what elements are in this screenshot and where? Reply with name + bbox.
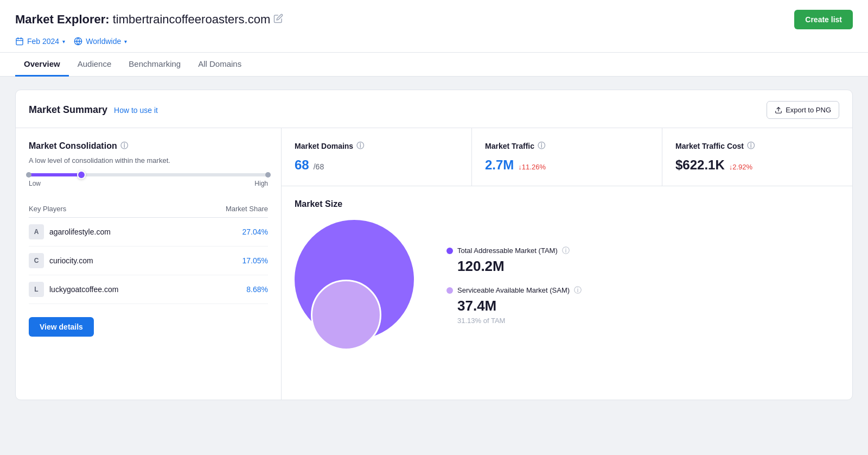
tam-dot	[446, 248, 453, 254]
avatar: A	[29, 224, 44, 239]
header-top-row: Market Explorer: timbertraincoffeeroaste…	[15, 10, 853, 29]
market-traffic-cost-stat: Market Traffic Cost ⓘ $622.1K ↓2.92%	[662, 128, 852, 186]
slider-track	[29, 173, 268, 176]
consolidation-title: Market Consolidation ⓘ	[29, 141, 268, 151]
table-row: A agarolifestyle.com 27.04%	[29, 218, 268, 247]
globe-icon	[74, 37, 82, 46]
consolidation-slider	[29, 173, 268, 176]
market-domains-stat: Market Domains ⓘ 68 /68	[282, 128, 472, 186]
market-domains-sub: /68	[314, 162, 324, 171]
player-share: 17.05%	[242, 256, 268, 265]
sam-label: Serviceable Available Market (SAM)	[457, 286, 570, 294]
card-header-left: Market Summary How to use it	[29, 104, 158, 116]
upload-icon	[775, 106, 782, 114]
player-left: L luckygoatcoffee.com	[29, 282, 118, 297]
right-panel: Market Domains ⓘ 68 /68 Market Traffic ⓘ	[282, 128, 852, 400]
card-body: Market Consolidation ⓘ A low level of co…	[16, 128, 852, 400]
create-list-button[interactable]: Create list	[794, 10, 853, 29]
slider-high-label: High	[254, 180, 268, 187]
market-traffic-value: 2.7M	[485, 157, 514, 173]
player-share: 8.68%	[246, 285, 268, 294]
table-row: C curiocity.com 17.05%	[29, 247, 268, 275]
key-players-header: Key Players Market Share	[29, 200, 268, 218]
avatar: C	[29, 253, 44, 268]
slider-fill	[29, 173, 81, 176]
sam-sub: 31.13% of TAM	[457, 317, 582, 325]
sam-legend-item: Serviceable Available Market (SAM) ⓘ 37.…	[446, 286, 582, 325]
page-header: Market Explorer: timbertraincoffeeroaste…	[0, 0, 868, 77]
main-nav: Overview Audience Benchmarking All Domai…	[0, 52, 868, 76]
edit-icon[interactable]	[273, 14, 283, 26]
slider-left-dot	[26, 172, 31, 178]
consolidation-info-icon[interactable]: ⓘ	[120, 141, 128, 151]
sam-value: 37.4M	[457, 298, 582, 314]
stats-row: Market Domains ⓘ 68 /68 Market Traffic ⓘ	[282, 128, 852, 186]
region-chevron-icon: ▾	[124, 39, 127, 45]
page-title: Market Explorer: timbertraincoffeeroaste…	[15, 12, 283, 27]
view-details-button[interactable]: View details	[29, 317, 94, 337]
tam-value: 120.2M	[457, 258, 582, 275]
market-traffic-cost-value: $622.1K	[675, 157, 725, 173]
calendar-icon	[15, 37, 24, 46]
market-domains-value-row: 68 /68	[295, 157, 458, 173]
market-domains-value: 68	[295, 157, 309, 173]
svg-rect-0	[16, 39, 23, 45]
player-left: C curiocity.com	[29, 253, 93, 268]
tam-legend-item: Total Addressable Market (TAM) ⓘ 120.2M	[446, 246, 582, 275]
player-share: 27.04%	[242, 228, 268, 236]
market-traffic-value-row: 2.7M ↓11.26%	[485, 157, 649, 173]
market-legend: Total Addressable Market (TAM) ⓘ 120.2M …	[446, 246, 582, 325]
date-filter-button[interactable]: Feb 2024 ▾	[15, 37, 65, 46]
slider-thumb	[77, 170, 86, 179]
sam-info-icon[interactable]: ⓘ	[574, 286, 582, 295]
player-domain: curiocity.com	[49, 256, 93, 265]
tab-benchmarking[interactable]: Benchmarking	[120, 53, 189, 77]
key-players-table: Key Players Market Share A agarolifestyl…	[29, 200, 268, 304]
export-button[interactable]: Export to PNG	[767, 101, 839, 119]
traffic-info-icon[interactable]: ⓘ	[538, 141, 545, 151]
sam-dot	[446, 287, 453, 294]
left-panel: Market Consolidation ⓘ A low level of co…	[16, 128, 282, 400]
traffic-cost-info-icon[interactable]: ⓘ	[747, 141, 755, 151]
col-players-label: Key Players	[29, 205, 66, 213]
sam-label-row: Serviceable Available Market (SAM) ⓘ	[446, 286, 582, 295]
col-share-label: Market Share	[226, 205, 268, 213]
card-title: Market Summary	[29, 104, 107, 116]
market-traffic-cost-change: ↓2.92%	[729, 163, 752, 171]
how-to-use-link[interactable]: How to use it	[114, 106, 158, 115]
market-traffic-label: Market Traffic ⓘ	[485, 141, 649, 151]
market-traffic-change: ↓11.26%	[518, 163, 546, 171]
card-header: Market Summary How to use it Export to P…	[16, 90, 852, 128]
venn-diagram	[295, 220, 425, 350]
market-size-content: Total Addressable Market (TAM) ⓘ 120.2M …	[295, 220, 839, 350]
domains-info-icon[interactable]: ⓘ	[356, 141, 364, 151]
tab-all-domains[interactable]: All Domains	[189, 53, 250, 77]
market-domains-label: Market Domains ⓘ	[295, 141, 458, 151]
market-summary-card: Market Summary How to use it Export to P…	[15, 90, 853, 400]
table-row: L luckygoatcoffee.com 8.68%	[29, 275, 268, 304]
slider-low-label: Low	[29, 180, 41, 187]
tab-audience[interactable]: Audience	[69, 53, 120, 77]
region-filter-label: Worldwide	[86, 37, 121, 46]
date-chevron-icon: ▾	[62, 39, 65, 45]
market-traffic-cost-value-row: $622.1K ↓2.92%	[675, 157, 839, 173]
region-filter-button[interactable]: Worldwide ▾	[74, 37, 127, 46]
player-domain: agarolifestyle.com	[49, 228, 111, 236]
tab-overview[interactable]: Overview	[15, 53, 69, 77]
player-left: A agarolifestyle.com	[29, 224, 111, 239]
title-domain: timbertraincoffeeroasters.com	[113, 12, 271, 27]
consolidation-description: A low level of consolidation within the …	[29, 156, 268, 165]
tam-label: Total Addressable Market (TAM)	[457, 247, 558, 255]
title-prefix: Market Explorer:	[15, 12, 110, 27]
export-label: Export to PNG	[786, 106, 831, 114]
market-traffic-cost-label: Market Traffic Cost ⓘ	[675, 141, 839, 151]
tam-info-icon[interactable]: ⓘ	[562, 246, 570, 256]
player-domain: luckygoatcoffee.com	[49, 285, 118, 294]
main-content: Market Summary How to use it Export to P…	[0, 77, 868, 413]
slider-labels: Low High	[29, 180, 268, 187]
tam-label-row: Total Addressable Market (TAM) ⓘ	[446, 246, 582, 256]
market-size-section: Market Size Total Addressable Market (TA…	[282, 186, 852, 363]
filters-row: Feb 2024 ▾ Worldwide ▾	[15, 37, 853, 52]
slider-right-dot	[265, 172, 271, 178]
date-filter-label: Feb 2024	[27, 37, 59, 46]
